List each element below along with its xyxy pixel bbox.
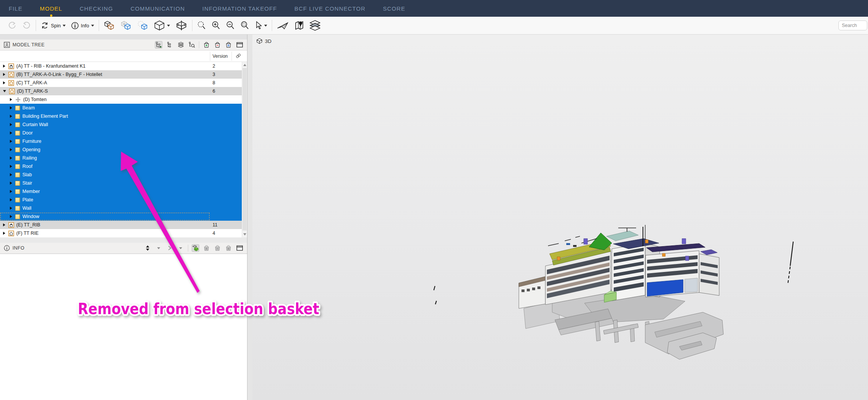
undo-icon[interactable] (8, 21, 17, 30)
info-mode-button[interactable]: Info (71, 22, 94, 30)
expand-arrow-icon[interactable] (10, 207, 12, 210)
menu-bcf-live-connector[interactable]: BCF LIVE CONNECTOR (295, 5, 365, 12)
tree-row-model-b[interactable]: (B) TT_ARK-A-0-Link - Bygg_F - Hotellet … (0, 70, 242, 79)
tree-scrollbar[interactable] (242, 62, 247, 237)
tree-row-model-c[interactable]: (C) TT_ARK-A 8 (0, 79, 242, 87)
expand-arrow-icon[interactable] (10, 173, 12, 176)
expand-arrow-icon[interactable] (10, 190, 12, 193)
tree-row-category[interactable]: Member (0, 187, 242, 196)
scrollbar-thumb[interactable] (243, 68, 247, 231)
tree-row-category[interactable]: Opening (0, 145, 242, 154)
zoom-in-icon[interactable] (211, 21, 221, 30)
version-column-label[interactable]: Version (213, 54, 228, 59)
green-cube-icon[interactable] (192, 244, 199, 252)
collapse-arrow-icon[interactable] (3, 90, 6, 92)
expand-arrow-icon[interactable] (10, 140, 12, 143)
expand-arrow-icon[interactable] (10, 215, 12, 218)
next-icon[interactable] (166, 244, 173, 252)
basket-cube-blue-icon[interactable] (120, 21, 132, 30)
expand-arrow-icon[interactable] (10, 165, 12, 168)
sort-icon[interactable] (144, 244, 151, 252)
tree-row-model-e[interactable]: (E) TT_RIB 11 (0, 221, 242, 229)
section-cube-icon[interactable] (175, 20, 187, 31)
expand-arrow-icon[interactable] (10, 131, 12, 134)
folder-icon (15, 214, 20, 219)
expand-arrow-icon[interactable] (10, 148, 12, 151)
basket-add-icon[interactable] (203, 41, 210, 49)
menu-file[interactable]: FILE (9, 5, 22, 12)
workspace: MODEL TREE (0, 35, 868, 400)
model-tree-list: (A) TT - RIB - Kranfundament K1 2 (B) TT… (0, 62, 242, 237)
model-tree-header: MODEL TREE (0, 40, 247, 51)
dropdown-icon[interactable] (155, 244, 162, 252)
search-input[interactable] (838, 21, 867, 30)
tree-view-icon[interactable] (155, 41, 162, 49)
layers-view-icon[interactable] (177, 41, 184, 49)
menu-score[interactable]: SCORE (383, 5, 405, 12)
tree-row-category[interactable]: Beam (0, 104, 242, 112)
tree-flat-icon[interactable] (166, 41, 173, 49)
folder-icon (15, 164, 20, 169)
folder-icon (15, 181, 20, 186)
zoom-window-icon[interactable] (240, 21, 249, 30)
menu-checking[interactable]: CHECKING (80, 5, 113, 12)
menu-information-takeoff[interactable]: INFORMATION TAKEOFF (202, 5, 277, 12)
tree-row-category[interactable]: Wall (0, 204, 242, 212)
expand-arrow-icon[interactable] (10, 98, 12, 101)
menu-communication[interactable]: COMMUNICATION (131, 5, 185, 12)
tree-row-category[interactable]: Roof (0, 162, 242, 171)
basket-set-icon[interactable] (225, 41, 232, 49)
link-column-icon[interactable] (235, 53, 241, 60)
vertical-splitter[interactable] (247, 35, 252, 400)
tree-search-icon[interactable] (188, 41, 195, 49)
model-house-icon (8, 72, 14, 77)
zoom-fit-icon[interactable] (197, 21, 206, 30)
zoom-out-icon[interactable] (226, 21, 235, 30)
expand-arrow-icon[interactable] (10, 198, 12, 201)
tree-row-category[interactable]: Plate (0, 196, 242, 204)
expand-arrow-icon[interactable] (10, 106, 12, 109)
spin-button[interactable]: Spin (41, 21, 66, 30)
redo-icon[interactable] (22, 21, 31, 30)
tree-row-category[interactable]: Furniture (0, 137, 242, 145)
hide-cube-icon[interactable] (137, 21, 148, 30)
expand-arrow-icon[interactable] (10, 115, 12, 118)
expand-arrow-icon[interactable] (3, 81, 5, 84)
expand-arrow-icon[interactable] (3, 65, 5, 68)
horizontal-splitter[interactable] (0, 237, 247, 243)
version-cell: 3 (213, 72, 215, 77)
tree-row-model-f[interactable]: (F) TT RIE 4 (0, 229, 242, 237)
layers-icon[interactable] (309, 20, 321, 31)
tree-row-category[interactable]: Building Element Part (0, 112, 242, 120)
scroll-down-icon[interactable] (243, 233, 246, 236)
menu-model[interactable]: MODEL (40, 5, 62, 12)
tree-row-site[interactable]: (D) Tomten (0, 95, 242, 104)
basket-cube-brown-icon[interactable] (104, 21, 115, 30)
panel-window-icon[interactable] (236, 41, 243, 49)
fly-icon[interactable] (277, 21, 289, 30)
cube-view-button[interactable] (154, 20, 170, 31)
select-cursor-button[interactable] (255, 21, 267, 30)
tree-row-model-a[interactable]: (A) TT - RIB - Kranfundament K1 2 (0, 62, 242, 70)
tree-row-category[interactable]: Curtain Wall (0, 120, 242, 129)
tree-row-category[interactable]: Door (0, 129, 242, 137)
expand-arrow-icon[interactable] (3, 73, 5, 76)
dropdown-icon[interactable] (177, 244, 184, 252)
expand-arrow-icon[interactable] (3, 223, 5, 226)
basket-remove-icon[interactable] (214, 41, 221, 49)
viewport-3d[interactable]: 3D (252, 35, 868, 400)
expand-arrow-icon[interactable] (10, 123, 12, 126)
panel-window-icon[interactable] (236, 244, 243, 252)
tree-row-category[interactable]: Slab (0, 171, 242, 179)
tree-row-category[interactable]: Railing (0, 154, 242, 162)
tree-row-category-focused[interactable]: Window (0, 212, 242, 221)
expand-arrow-icon[interactable] (10, 157, 12, 160)
model-house-icon (8, 80, 14, 86)
expand-arrow-icon[interactable] (3, 232, 5, 235)
tree-row-category[interactable]: Stair (0, 179, 242, 187)
scroll-up-icon[interactable] (243, 64, 246, 66)
map-pin-icon[interactable] (294, 20, 304, 31)
tree-row-model-d[interactable]: (D) TT_ARK-S 6 (0, 87, 242, 95)
expand-arrow-icon[interactable] (10, 182, 12, 185)
select-cursor-icon (255, 21, 262, 30)
